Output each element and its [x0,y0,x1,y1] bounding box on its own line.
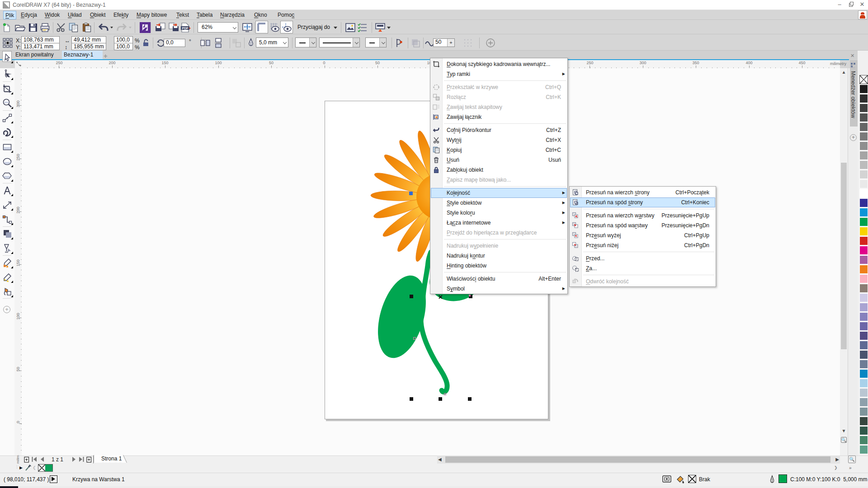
svg-text:PDF: PDF [182,27,189,30]
